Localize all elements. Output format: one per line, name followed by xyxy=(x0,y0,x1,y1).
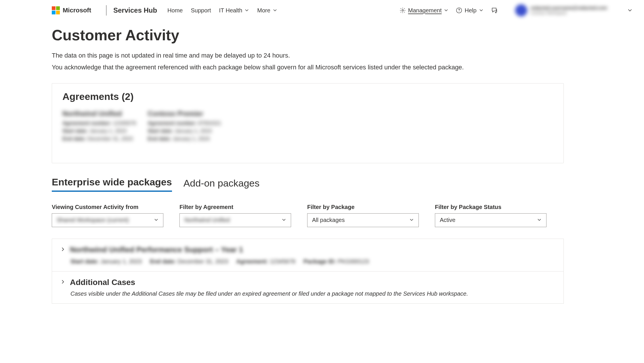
chevron-down-icon xyxy=(444,7,448,14)
chevron-down-icon xyxy=(479,7,484,14)
select-package-status[interactable]: Active xyxy=(435,213,546,227)
agreements-card: Agreements (2) Northwind Unified Agreeme… xyxy=(52,83,564,163)
filter-package: Filter by Package All packages xyxy=(307,204,419,227)
profile-line2: Contoso Workspace xyxy=(531,11,607,15)
main-content: Customer Activity The data on this page … xyxy=(0,21,552,315)
chevron-down-icon[interactable] xyxy=(627,7,632,14)
package-meta: Start date: January 1, 2023 End date: De… xyxy=(60,258,555,265)
agreement-number: Agreement number: 87654321 xyxy=(148,119,221,127)
agreement-name: Contoso Premier xyxy=(148,110,221,118)
nav-more[interactable]: More xyxy=(257,7,277,14)
filter-package-status: Filter by Package Status Active xyxy=(435,204,546,227)
additional-cases-title: Additional Cases xyxy=(70,278,135,287)
profile-text: redacted.username@redacted.com Contoso W… xyxy=(531,5,607,15)
nav-help[interactable]: Help xyxy=(456,7,483,14)
svg-point-0 xyxy=(402,9,404,11)
page-title: Customer Activity xyxy=(52,26,552,44)
additional-cases-header: Additional Cases xyxy=(60,278,555,287)
select-agreement[interactable]: Northwind Unified xyxy=(179,213,291,227)
agreement-name: Northwind Unified xyxy=(62,110,136,118)
profile-line1: redacted.username@redacted.com xyxy=(531,5,607,11)
agreement-item[interactable]: Contoso Premier Agreement number: 876543… xyxy=(148,110,221,143)
nav-home[interactable]: Home xyxy=(167,7,183,14)
filter-agreement: Filter by Agreement Northwind Unified xyxy=(179,204,291,227)
package-tabs: Enterprise wide packages Add-on packages xyxy=(52,176,552,192)
package-row-header: Northwind Unified Performance Support – … xyxy=(60,245,555,254)
page-notice-1: The data on this page is not updated in … xyxy=(52,50,552,61)
feedback-icon[interactable] xyxy=(491,7,498,14)
microsoft-brand-text: Microsoft xyxy=(63,7,91,14)
svg-point-2 xyxy=(459,12,460,12)
select-value: All packages xyxy=(312,217,345,223)
filters-row: Viewing Customer Activity from Shared Wo… xyxy=(52,204,552,227)
chevron-right-icon xyxy=(60,247,65,253)
chevron-down-icon xyxy=(537,217,542,223)
top-nav: Microsoft Services Hub Home Support IT H… xyxy=(0,0,644,21)
tab-enterprise-packages[interactable]: Enterprise wide packages xyxy=(52,176,172,192)
agreement-number: Agreement number: 12345678 xyxy=(62,119,136,127)
nav-support[interactable]: Support xyxy=(191,7,211,14)
agreement-end: End date: January 1, 2024 xyxy=(148,135,221,143)
primary-nav: Home Support IT Health More xyxy=(167,7,277,14)
filter-label: Filter by Agreement xyxy=(179,204,291,210)
page-root: Microsoft Services Hub Home Support IT H… xyxy=(0,0,644,363)
agreement-end: End date: December 31, 2023 xyxy=(62,135,136,143)
select-value: Active xyxy=(440,217,455,223)
chevron-right-icon xyxy=(60,279,65,285)
agreement-start: Start date: January 1, 2023 xyxy=(62,127,136,135)
chevron-down-icon xyxy=(244,7,249,14)
product-name[interactable]: Services Hub xyxy=(113,6,157,14)
avatar xyxy=(515,4,527,16)
chevron-down-icon xyxy=(282,217,286,223)
microsoft-logo[interactable]: Microsoft xyxy=(52,6,91,14)
additional-cases-row[interactable]: Additional Cases Cases visible under the… xyxy=(52,271,563,303)
packages-list: Northwind Unified Performance Support – … xyxy=(52,239,564,304)
agreement-start: Start date: January 1, 2023 xyxy=(148,127,221,135)
nav-it-health[interactable]: IT Health xyxy=(219,7,249,14)
help-icon xyxy=(456,7,462,14)
filter-label: Filter by Package Status xyxy=(435,204,546,210)
tab-addon-packages[interactable]: Add-on packages xyxy=(184,178,260,192)
agreement-item[interactable]: Northwind Unified Agreement number: 1234… xyxy=(62,110,136,143)
nav-divider xyxy=(106,5,106,16)
nav-home-label: Home xyxy=(167,7,183,14)
select-activity-from[interactable]: Shared Workspace (current) xyxy=(52,213,163,227)
microsoft-logo-icon xyxy=(52,6,60,14)
agreements-title: Agreements (2) xyxy=(62,91,553,102)
filter-label: Filter by Package xyxy=(307,204,419,210)
chevron-down-icon xyxy=(409,217,414,223)
select-package[interactable]: All packages xyxy=(307,213,419,227)
chevron-down-icon xyxy=(154,217,158,223)
select-value: Northwind Unified xyxy=(184,217,230,223)
nav-management[interactable]: Management xyxy=(400,7,449,14)
additional-cases-desc: Cases visible under the Additional Cases… xyxy=(60,290,555,297)
nav-help-label: Help xyxy=(465,7,476,14)
chevron-down-icon xyxy=(273,7,277,14)
nav-support-label: Support xyxy=(191,7,211,14)
filter-label: Viewing Customer Activity from xyxy=(52,204,163,210)
page-notice-2: You acknowledge that the agreement refer… xyxy=(52,62,552,73)
nav-more-label: More xyxy=(257,7,270,14)
select-value: Shared Workspace (current) xyxy=(57,217,129,223)
filter-activity-from: Viewing Customer Activity from Shared Wo… xyxy=(52,204,163,227)
package-row[interactable]: Northwind Unified Performance Support – … xyxy=(52,239,563,271)
nav-management-label: Management xyxy=(408,7,442,14)
package-title: Northwind Unified Performance Support – … xyxy=(70,245,243,254)
nav-it-health-label: IT Health xyxy=(219,7,242,14)
secondary-nav: Management Help redacted. xyxy=(400,4,632,16)
agreements-list: Northwind Unified Agreement number: 1234… xyxy=(62,110,553,143)
profile-menu[interactable]: redacted.username@redacted.com Contoso W… xyxy=(515,4,607,16)
gear-icon xyxy=(400,7,406,14)
